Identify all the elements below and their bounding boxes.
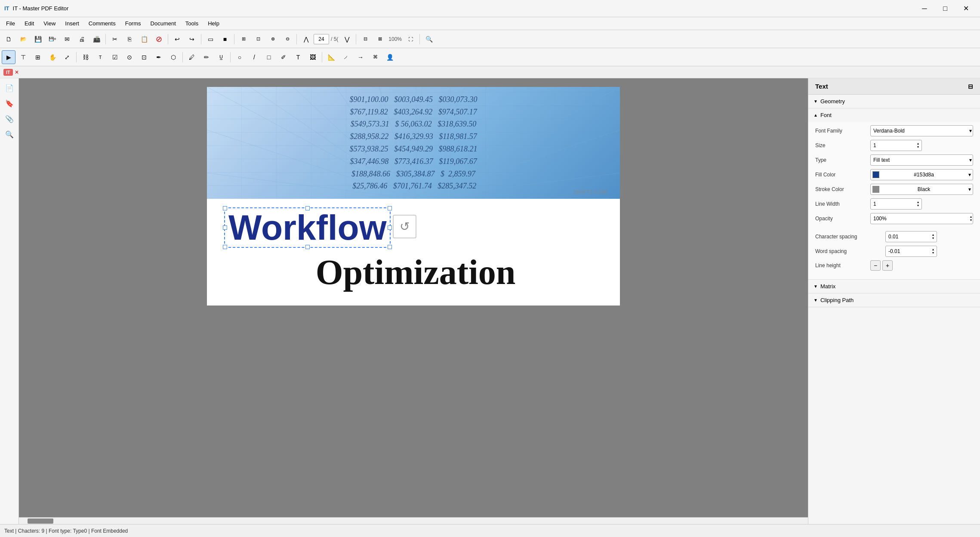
word-spacing-input[interactable]	[888, 248, 918, 254]
char-spacing-value[interactable]: ▴▾	[885, 231, 937, 242]
handle-mid-right[interactable]	[388, 225, 392, 230]
checkbox-button[interactable]: ☑	[108, 50, 122, 64]
line-button[interactable]: /	[247, 50, 261, 64]
highlight-button[interactable]: 🖊	[185, 50, 199, 64]
horizontal-scrollbar[interactable]	[19, 517, 808, 524]
zoom-out-button[interactable]: ⊖	[280, 32, 294, 46]
save-button[interactable]: 💾	[31, 32, 45, 46]
crop-button[interactable]: ⊞	[237, 32, 250, 46]
fullscreen-button[interactable]: ⛶	[404, 32, 417, 46]
rotate-icon[interactable]: ↺	[393, 215, 416, 238]
print-button[interactable]: 🖨	[75, 32, 89, 46]
sidebar-page-icon[interactable]: 📄	[3, 81, 16, 95]
new-button[interactable]: 🗋	[2, 32, 15, 46]
size-spinner[interactable]: ▴▾	[917, 142, 919, 149]
menu-help[interactable]: Help	[203, 19, 224, 28]
pen-button[interactable]: ✏	[200, 50, 213, 64]
combo-button[interactable]: ⌘	[368, 50, 382, 64]
open-button[interactable]: 📂	[16, 32, 30, 46]
save-as-button[interactable]: 💾+	[46, 32, 59, 46]
opacity-spinner[interactable]: ▴▾	[970, 215, 972, 222]
char-spacing-spinner[interactable]: ▴▾	[932, 233, 934, 240]
hscroll-thumb[interactable]	[28, 518, 53, 524]
handle-bot-mid[interactable]	[305, 245, 310, 249]
hand-tool-button[interactable]: ✋	[46, 50, 59, 64]
maximize-button[interactable]: □	[935, 2, 955, 15]
close-button[interactable]: ✕	[956, 2, 976, 15]
char-spacing-input[interactable]	[888, 234, 918, 240]
rect-button[interactable]: ▭	[203, 32, 217, 46]
link-button[interactable]: ⛓	[79, 50, 92, 64]
select-text-button[interactable]: ⊤	[16, 50, 30, 64]
handle-bot-left[interactable]	[223, 245, 227, 249]
search-button[interactable]: 🔍	[422, 32, 436, 46]
menu-edit[interactable]: Edit	[20, 19, 38, 28]
menu-document[interactable]: Document	[146, 19, 180, 28]
underline-button[interactable]: U̲	[214, 50, 228, 64]
handle-top-left[interactable]	[223, 206, 227, 210]
redo-button[interactable]: ↪	[185, 32, 199, 46]
word-spacing-value[interactable]: ▴▾	[885, 246, 937, 257]
clipping-path-section-header[interactable]: ▼ Clipping Path	[808, 293, 980, 307]
page-number-input[interactable]	[314, 34, 329, 44]
signature-button[interactable]: ✒	[152, 50, 166, 64]
zoom-fit3-button[interactable]: ⊠	[373, 32, 387, 46]
handle-mid-left[interactable]	[223, 225, 227, 230]
handle-top-right[interactable]	[388, 206, 392, 210]
ellipse-button[interactable]: ○	[233, 50, 247, 64]
line-width-value[interactable]: ▴▾	[870, 198, 922, 210]
canvas-scroll[interactable]: $901,100.00 $003,049.45 $030,073.30 $767…	[19, 78, 808, 524]
type-value[interactable]: Fill text ▾	[870, 154, 973, 166]
scan-button[interactable]: 📠	[89, 32, 103, 46]
prev-page-button[interactable]: ⋀	[299, 32, 313, 46]
workflow-selected-box[interactable]: Workflow	[224, 207, 391, 248]
sidebar-bookmark-icon[interactable]: 🔖	[3, 96, 16, 110]
fill-color-value[interactable]: #153d8a ▾	[870, 169, 973, 180]
paste-button[interactable]: 📋	[137, 32, 151, 46]
size-input[interactable]	[873, 142, 899, 148]
zoom-fit2-button[interactable]: ⊟	[358, 32, 372, 46]
menu-file[interactable]: File	[2, 19, 19, 28]
email-button[interactable]: ✉	[60, 32, 74, 46]
next-page-button[interactable]: ⋁	[340, 32, 354, 46]
copy-button[interactable]: ⎘	[123, 32, 136, 46]
zoom-in-button[interactable]: ⊕	[266, 32, 280, 46]
font-section-header[interactable]: ▲ Font	[808, 108, 980, 122]
line-width-spinner[interactable]: ▴▾	[917, 201, 919, 207]
measure-button[interactable]: 📐	[324, 50, 338, 64]
sidebar-attachment-icon[interactable]: 📎	[3, 112, 16, 126]
font-family-value[interactable]: Verdana-Bold ▾	[870, 125, 973, 136]
user-button[interactable]: 👤	[383, 50, 397, 64]
line-height-plus-button[interactable]: +	[882, 260, 893, 271]
line-mark-button[interactable]: ⟋	[339, 50, 353, 64]
image-button[interactable]: 🖼	[306, 50, 320, 64]
geometry-section-header[interactable]: ▼ Geometry	[808, 95, 980, 108]
stroke-color-value[interactable]: Black ▾	[870, 184, 973, 195]
handle-bot-right[interactable]	[388, 245, 392, 249]
size-value[interactable]: ▴▾	[870, 140, 922, 151]
resize-tool-button[interactable]: ⤢	[60, 50, 74, 64]
select-tool-button[interactable]: ▶	[2, 50, 15, 64]
radio-button[interactable]: ⊙	[123, 50, 136, 64]
stamp-button[interactable]: ⬡	[166, 50, 180, 64]
group-button[interactable]: ⊞	[31, 50, 45, 64]
cut-button[interactable]: ✂	[108, 32, 122, 46]
menu-tools[interactable]: Tools	[181, 19, 203, 28]
matrix-section-header[interactable]: ▼ Matrix	[808, 280, 980, 293]
line-height-minus-button[interactable]: −	[870, 260, 881, 271]
fit-button[interactable]: ⊡	[251, 32, 265, 46]
minimize-button[interactable]: ─	[915, 2, 934, 15]
sidebar-search-icon[interactable]: 🔍	[3, 127, 16, 141]
arrow-mark-button[interactable]: →	[354, 50, 367, 64]
textfield-button[interactable]: T	[93, 50, 107, 64]
menu-comments[interactable]: Comments	[84, 19, 120, 28]
menu-forms[interactable]: Forms	[121, 19, 145, 28]
pencil-button[interactable]: ✐	[277, 50, 290, 64]
menu-insert[interactable]: Insert	[61, 19, 83, 28]
undo-button[interactable]: ↩	[170, 32, 184, 46]
textbox-button[interactable]: T	[291, 50, 305, 64]
menu-view[interactable]: View	[39, 19, 60, 28]
rect-draw-button[interactable]: □	[262, 50, 276, 64]
fill-button[interactable]: ■	[218, 32, 232, 46]
delete-button[interactable]: ⊘	[152, 32, 166, 46]
